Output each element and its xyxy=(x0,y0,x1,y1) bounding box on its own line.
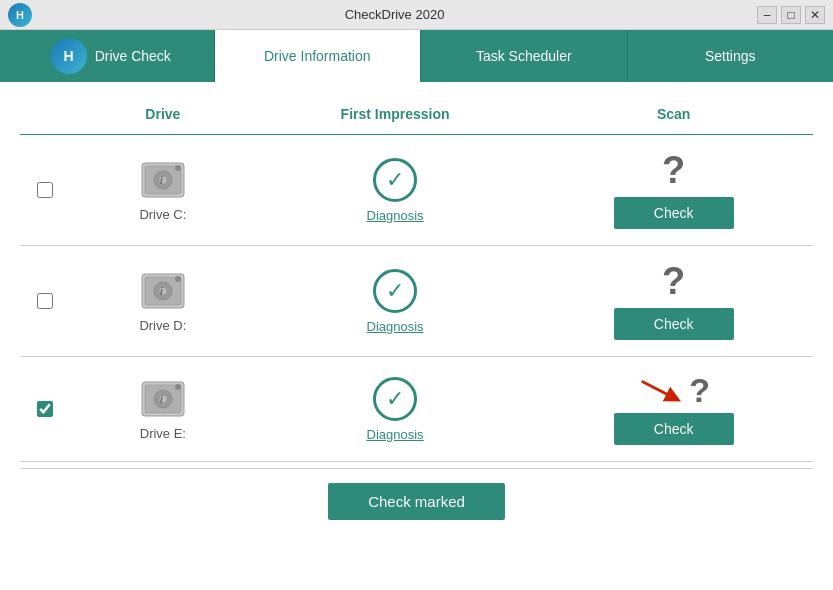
drive-row-c: i Drive C: ✓ Diagnosis ? Check xyxy=(20,135,813,246)
tab-logo: H xyxy=(51,38,87,74)
minimize-button[interactable]: – xyxy=(757,6,777,24)
drive-c-label: Drive C: xyxy=(139,207,186,222)
svg-point-10 xyxy=(175,276,181,282)
drive-c-check-cell xyxy=(20,182,70,198)
drive-c-checkbox[interactable] xyxy=(37,182,53,198)
drive-d-label: Drive D: xyxy=(139,318,186,333)
drive-c-scan: ? Check xyxy=(534,151,813,229)
col-scan-header: Scan xyxy=(534,106,813,122)
maximize-button[interactable]: □ xyxy=(781,6,801,24)
drive-d-icon: i xyxy=(140,270,186,312)
drive-e-diagnosis-link[interactable]: Diagnosis xyxy=(367,427,424,442)
drive-e-info: i Drive E: xyxy=(70,378,256,441)
drive-c-diagnosis-link[interactable]: Diagnosis xyxy=(367,208,424,223)
window-controls: – □ ✕ xyxy=(757,6,825,24)
svg-point-16 xyxy=(175,384,181,390)
drive-e-label: Drive E: xyxy=(140,426,186,441)
drive-c-check-button[interactable]: Check xyxy=(614,197,734,229)
arrow-indicator-icon xyxy=(637,374,683,406)
drive-d-check-button[interactable]: Check xyxy=(614,308,734,340)
drive-e-impression: ✓ Diagnosis xyxy=(256,377,535,442)
drive-d-checkbox[interactable] xyxy=(37,293,53,309)
drive-d-question-icon: ? xyxy=(662,262,685,300)
svg-text:i: i xyxy=(160,394,163,405)
drive-row-d: i Drive D: ✓ Diagnosis ? Check xyxy=(20,246,813,357)
col-impression-header: First Impression xyxy=(256,106,535,122)
drive-e-question-icon: ? xyxy=(689,373,710,407)
svg-line-19 xyxy=(642,381,674,397)
drive-e-scan: ? Check xyxy=(534,373,813,445)
column-headers: Drive First Impression Scan xyxy=(20,98,813,135)
drive-d-scan: ? Check xyxy=(534,262,813,340)
content-area: Drive First Impression Scan i Drive C: ✓… xyxy=(0,82,833,590)
tab-task-scheduler[interactable]: Task Scheduler xyxy=(421,30,628,82)
svg-point-4 xyxy=(175,165,181,171)
tab-bar: H Drive Check Drive Information Task Sch… xyxy=(0,30,833,82)
check-marked-button[interactable]: Check marked xyxy=(328,483,505,520)
drive-d-diagnosis-link[interactable]: Diagnosis xyxy=(367,319,424,334)
drive-e-checkbox[interactable] xyxy=(37,401,53,417)
window-title: CheckDrive 2020 xyxy=(32,7,757,22)
col-drive-header: Drive xyxy=(70,106,256,122)
drive-c-info: i Drive C: xyxy=(70,159,256,222)
drive-e-icon: i xyxy=(140,378,186,420)
tab-drive-check[interactable]: H Drive Check xyxy=(0,30,215,82)
drive-e-check-cell xyxy=(20,401,70,417)
drive-d-info: i Drive D: xyxy=(70,270,256,333)
drive-c-question-icon: ? xyxy=(662,151,685,189)
drive-e-check-button[interactable]: Check xyxy=(614,413,734,445)
drive-c-check-circle: ✓ xyxy=(373,158,417,202)
tab-drive-information[interactable]: Drive Information xyxy=(215,30,422,82)
drive-c-impression: ✓ Diagnosis xyxy=(256,158,535,223)
app-logo: H xyxy=(8,3,32,27)
tab-settings[interactable]: Settings xyxy=(628,30,834,82)
title-bar: H CheckDrive 2020 – □ ✕ xyxy=(0,0,833,30)
drive-d-check-circle: ✓ xyxy=(373,269,417,313)
drive-row-e: i Drive E: ✓ Diagnosis ? Check xyxy=(20,357,813,462)
bottom-bar: Check marked xyxy=(20,468,813,530)
drive-c-icon: i xyxy=(140,159,186,201)
drive-d-impression: ✓ Diagnosis xyxy=(256,269,535,334)
svg-text:i: i xyxy=(160,175,163,186)
svg-text:i: i xyxy=(160,286,163,297)
drive-e-check-circle: ✓ xyxy=(373,377,417,421)
close-button[interactable]: ✕ xyxy=(805,6,825,24)
drive-d-check-cell xyxy=(20,293,70,309)
